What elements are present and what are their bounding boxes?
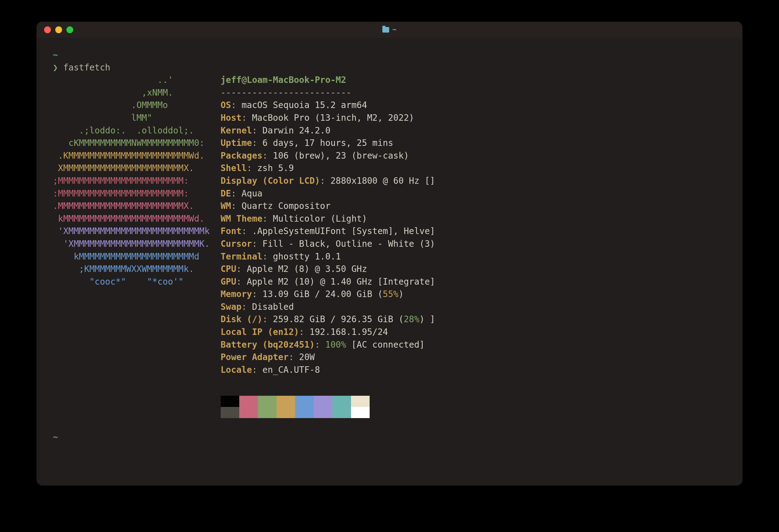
info-label: Terminal — [221, 251, 262, 262]
info-label: Font — [221, 226, 241, 236]
info-value: MacBook Pro (13-inch, M2, 2022) — [252, 113, 414, 123]
window-title: ~ — [37, 25, 742, 34]
color-swatch — [221, 396, 239, 407]
info-value: Quartz Compositor — [241, 201, 331, 211]
color-swatch — [333, 407, 351, 418]
folder-icon — [382, 27, 389, 33]
titlebar: ~ — [37, 22, 742, 38]
info-label: DE — [221, 188, 231, 199]
command-text: fastfetch — [63, 62, 111, 73]
terminal-body[interactable]: ~ ❯ fastfetch ..' ,xNMM. .OMMMMo lMM" .;… — [37, 38, 742, 454]
info-value: .AppleSystemUIFont [System], Helve] — [252, 226, 435, 236]
prompt-char: ❯ — [53, 62, 58, 73]
locale-value: en_CA.UTF-8 — [262, 365, 320, 375]
info-value: Apple M2 (10) @ 1.40 GHz [Integrate] — [247, 277, 435, 287]
header-at: @ — [241, 75, 247, 85]
color-swatch — [314, 396, 333, 407]
info-label: Uptime — [221, 138, 252, 148]
header-host: Loam-MacBook-Pro-M2 — [247, 75, 346, 85]
color-swatch — [333, 396, 351, 407]
disk-suffix: ) ] — [419, 314, 435, 324]
localip-label: Local IP (en12) — [221, 327, 299, 337]
info-value: 6 days, 17 hours, 25 mins — [262, 138, 393, 148]
ascii-logo: ..' ,xNMM. .OMMMMo lMM" .;loddo:. .ollod… — [53, 74, 210, 288]
info-label: WM — [221, 201, 231, 211]
memory-label: Memory — [221, 289, 252, 299]
info-value: Aqua — [241, 188, 262, 199]
color-swatch — [277, 407, 295, 418]
power-label: Power Adapter — [221, 352, 289, 362]
cwd-tilde: ~ — [53, 50, 58, 60]
info-label: Display (Color LCD) — [221, 176, 320, 186]
info-label: Shell — [221, 163, 247, 173]
info-value: ghostty 1.0.1 — [273, 251, 341, 262]
disk-label: Disk (/) — [221, 314, 262, 324]
color-swatch — [295, 396, 314, 407]
terminal-window[interactable]: ~ ~ ❯ fastfetch ..' ,xNMM. .OMMMMo lMM" … — [37, 22, 742, 485]
battery-suffix: [AC connected] — [346, 340, 425, 350]
info-label: Kernel — [221, 125, 252, 136]
swap-label: Swap — [221, 302, 241, 312]
info-label: Cursor — [221, 239, 252, 249]
info-label: Packages — [221, 151, 262, 161]
color-swatch — [314, 407, 333, 418]
info-value: Multicolor (Light) — [273, 214, 367, 224]
info-label: CPU — [221, 264, 237, 274]
disk-prefix: 259.82 GiB / 926.35 GiB ( — [273, 314, 404, 324]
info-label: WM Theme — [221, 214, 262, 224]
battery-pct: 100% — [325, 340, 346, 350]
fastfetch-info: jeff@Loam-MacBook-Pro-M2 ---------------… — [221, 74, 435, 418]
close-icon[interactable] — [44, 26, 51, 33]
disk-pct: 28% — [404, 314, 420, 324]
info-label: OS — [221, 100, 231, 110]
traffic-lights — [37, 26, 73, 33]
color-swatch — [277, 396, 295, 407]
swap-value: Disabled — [252, 302, 294, 312]
color-swatch — [221, 407, 239, 418]
color-swatch — [258, 396, 277, 407]
color-swatch — [295, 407, 314, 418]
memory-suffix: ) — [399, 289, 404, 299]
minimize-icon[interactable] — [55, 26, 62, 33]
info-value: Darwin 24.2.0 — [262, 125, 331, 136]
info-label: Host — [221, 113, 241, 123]
header-sep: ------------------------- — [221, 87, 351, 98]
info-value: 2880x1800 @ 60 Hz [] — [331, 176, 435, 186]
header-user: jeff — [221, 75, 241, 85]
localip-value: 192.168.1.95/24 — [309, 327, 388, 337]
info-value: 106 (brew), 23 (brew-cask) — [273, 151, 409, 161]
info-value: Fill - Black, Outline - White (3) — [262, 239, 435, 249]
memory-pct: 55% — [383, 289, 399, 299]
battery-label: Battery (bq20z451) — [221, 340, 315, 350]
memory-prefix: 13.09 GiB / 24.00 GiB ( — [262, 289, 383, 299]
info-label: GPU — [221, 277, 237, 287]
power-value: 20W — [299, 352, 315, 362]
end-tilde: ~ — [53, 432, 58, 442]
color-swatch — [351, 407, 370, 418]
window-title-text: ~ — [392, 25, 397, 34]
color-swatch — [239, 396, 258, 407]
locale-label: Locale — [221, 365, 252, 375]
zoom-icon[interactable] — [66, 26, 73, 33]
info-value: macOS Sequoia 15.2 arm64 — [241, 100, 367, 110]
info-value: zsh 5.9 — [257, 163, 294, 173]
color-swatch — [258, 407, 277, 418]
color-swatch — [239, 407, 258, 418]
info-value: Apple M2 (8) @ 3.50 GHz — [247, 264, 367, 274]
color-swatch — [351, 396, 370, 407]
color-palette — [221, 396, 435, 418]
